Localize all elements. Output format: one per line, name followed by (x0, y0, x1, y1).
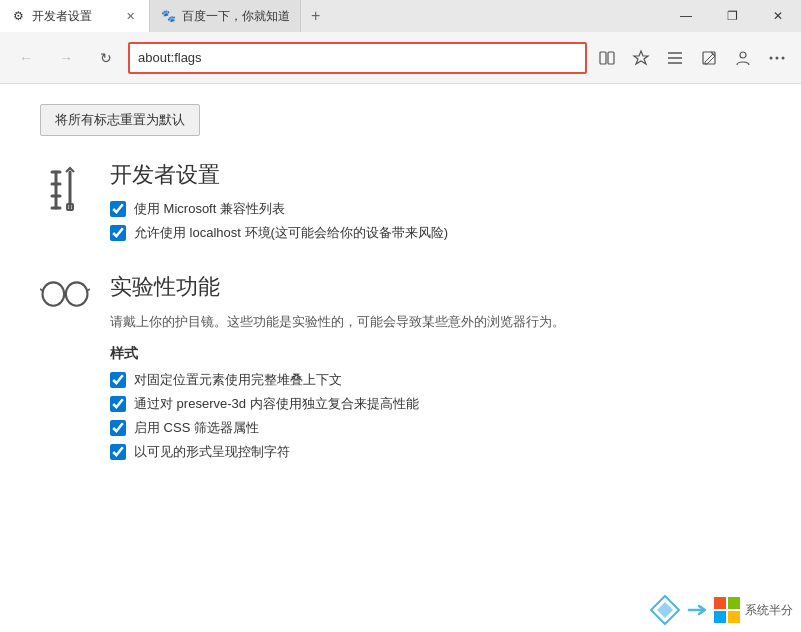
svg-rect-28 (728, 611, 740, 623)
reader-mode-button[interactable] (591, 42, 623, 74)
dev-settings-title: 开发者设置 (110, 160, 761, 190)
svg-point-8 (770, 56, 773, 59)
svg-rect-0 (600, 52, 606, 64)
restore-button[interactable]: ❐ (709, 0, 755, 32)
watermark-label: 系统半分 (745, 602, 793, 619)
notes-button[interactable] (693, 42, 725, 74)
tab-baidu[interactable]: 🐾 百度一下，你就知道 (150, 0, 301, 32)
svg-marker-24 (657, 602, 673, 618)
address-bar[interactable]: about:flags (128, 42, 587, 74)
titlebar: ⚙ 开发者设置 ✕ 🐾 百度一下，你就知道 + — ❐ ✕ (0, 0, 801, 32)
close-button[interactable]: ✕ (755, 0, 801, 32)
tab-devtools-label: 开发者设置 (32, 8, 116, 25)
watermark: 系统半分 (649, 594, 793, 626)
dev-settings-content: 开发者设置 使用 Microsoft 兼容性列表 允许使用 localhost … (110, 160, 761, 248)
dev-checkbox-row-2: 允许使用 localhost 环境(这可能会给你的设备带来风险) (110, 224, 761, 242)
exp-checkbox-2-label: 通过对 preserve-3d 内容使用独立复合来提高性能 (134, 395, 419, 413)
svg-point-19 (66, 282, 88, 305)
svg-rect-25 (714, 597, 726, 609)
exp-checkbox-row-3: 启用 CSS 筛选器属性 (110, 419, 761, 437)
svg-point-10 (782, 56, 785, 59)
exp-checkbox-4[interactable] (110, 444, 126, 460)
dev-checkbox-2-label: 允许使用 localhost 环境(这可能会给你的设备带来风险) (134, 224, 448, 242)
refresh-button[interactable]: ↻ (88, 40, 124, 76)
back-button[interactable]: ← (8, 40, 44, 76)
svg-line-22 (88, 289, 91, 291)
exp-checkbox-2[interactable] (110, 396, 126, 412)
exp-checkbox-4-label: 以可见的形式呈现控制字符 (134, 443, 290, 461)
minimize-button[interactable]: — (663, 0, 709, 32)
content-area: 将所有标志重置为默认 开发者设置 (0, 84, 801, 632)
dev-checkbox-1[interactable] (110, 201, 126, 217)
exp-features-title: 实验性功能 (110, 272, 761, 302)
exp-checkbox-1-label: 对固定位置元素使用完整堆叠上下文 (134, 371, 342, 389)
svg-rect-1 (608, 52, 614, 64)
svg-point-9 (776, 56, 779, 59)
exp-checkbox-3[interactable] (110, 420, 126, 436)
titlebar-spacer (330, 0, 663, 32)
exp-checkbox-1[interactable] (110, 372, 126, 388)
exp-style-subsection: 样式 (110, 345, 761, 363)
tab-devtools-close[interactable]: ✕ (122, 8, 139, 25)
profile-button[interactable] (727, 42, 759, 74)
main-container: 将所有标志重置为默认 开发者设置 (0, 84, 801, 632)
more-button[interactable] (761, 42, 793, 74)
favorites-button[interactable] (625, 42, 657, 74)
dev-checkbox-2[interactable] (110, 225, 126, 241)
dev-settings-icon (40, 160, 90, 216)
tab-devtools[interactable]: ⚙ 开发者设置 ✕ (0, 0, 150, 32)
exp-checkbox-row-2: 通过对 preserve-3d 内容使用独立复合来提高性能 (110, 395, 761, 413)
dev-checkbox-1-label: 使用 Microsoft 兼容性列表 (134, 200, 285, 218)
address-value: about:flags (138, 50, 202, 65)
svg-line-21 (40, 289, 43, 291)
dev-checkbox-row-1: 使用 Microsoft 兼容性列表 (110, 200, 761, 218)
devtools-tab-icon: ⚙ (10, 8, 26, 24)
toolbar: ← → ↻ about:flags (0, 32, 801, 84)
svg-rect-27 (714, 611, 726, 623)
hub-button[interactable] (659, 42, 691, 74)
svg-rect-26 (728, 597, 740, 609)
exp-checkbox-row-4: 以可见的形式呈现控制字符 (110, 443, 761, 461)
exp-features-icon (40, 272, 90, 312)
reset-flags-button[interactable]: 将所有标志重置为默认 (40, 104, 200, 136)
baidu-tab-icon: 🐾 (160, 8, 176, 24)
exp-features-desc: 请戴上你的护目镜。这些功能是实验性的，可能会导致某些意外的浏览器行为。 (110, 312, 761, 333)
forward-button[interactable]: → (48, 40, 84, 76)
exp-checkbox-row-1: 对固定位置元素使用完整堆叠上下文 (110, 371, 761, 389)
exp-features-section: 实验性功能 请戴上你的护目镜。这些功能是实验性的，可能会导致某些意外的浏览器行为… (40, 272, 761, 467)
dev-settings-section: 开发者设置 使用 Microsoft 兼容性列表 允许使用 localhost … (40, 160, 761, 248)
tab-baidu-label: 百度一下，你就知道 (182, 8, 290, 25)
window-controls: — ❐ ✕ (663, 0, 801, 32)
toolbar-right-icons (591, 42, 793, 74)
exp-checkbox-3-label: 启用 CSS 筛选器属性 (134, 419, 259, 437)
new-tab-button[interactable]: + (301, 0, 330, 32)
svg-point-18 (43, 282, 65, 305)
exp-features-content: 实验性功能 请戴上你的护目镜。这些功能是实验性的，可能会导致某些意外的浏览器行为… (110, 272, 761, 467)
svg-point-7 (740, 52, 746, 58)
